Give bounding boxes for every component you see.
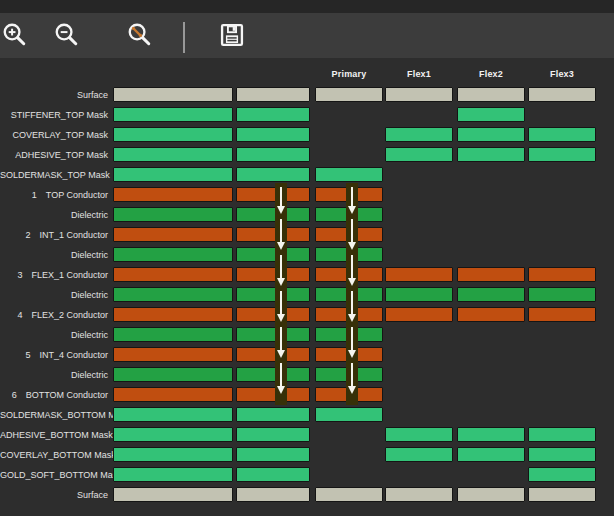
layer-bar-flex3[interactable] xyxy=(528,427,596,442)
layer-bar-stackA[interactable] xyxy=(113,327,233,342)
layer-bar-primary[interactable] xyxy=(315,207,383,222)
layer-bar-stackA[interactable] xyxy=(113,487,233,502)
layer-bar-primary[interactable] xyxy=(315,227,383,242)
layer-bar-stackB[interactable] xyxy=(236,327,310,342)
layer-name: ADHESIVE_TOP Mask xyxy=(15,150,108,160)
layer-bar-flex3[interactable] xyxy=(528,487,596,502)
layer-bar-stackA[interactable] xyxy=(113,427,233,442)
layer-bar-stackB[interactable] xyxy=(236,267,310,282)
layer-bar-flex1[interactable] xyxy=(385,307,453,322)
layer-bar-flex3[interactable] xyxy=(528,467,596,482)
layer-bar-flex1[interactable] xyxy=(385,487,453,502)
layer-bar-primary[interactable] xyxy=(315,407,383,422)
layer-bar-stackA[interactable] xyxy=(113,347,233,362)
layer-bar-flex3[interactable] xyxy=(528,127,596,142)
layer-bar-stackB[interactable] xyxy=(236,287,310,302)
row-label: 2INT_1 Conductor xyxy=(0,225,108,245)
layer-bar-flex1[interactable] xyxy=(385,87,453,102)
layer-bar-stackB[interactable] xyxy=(236,487,310,502)
zoom-region-button[interactable] xyxy=(125,20,155,50)
layer-bar-stackA[interactable] xyxy=(113,367,233,382)
layer-bar-stackA[interactable] xyxy=(113,107,233,122)
layer-bar-primary[interactable] xyxy=(315,347,383,362)
layer-bar-flex1[interactable] xyxy=(385,267,453,282)
layer-bar-flex2[interactable] xyxy=(457,427,525,442)
layer-bar-stackA[interactable] xyxy=(113,167,233,182)
layer-bar-flex1[interactable] xyxy=(385,287,453,302)
layer-bar-flex1[interactable] xyxy=(385,427,453,442)
layer-bar-primary[interactable] xyxy=(315,367,383,382)
layer-bar-stackB[interactable] xyxy=(236,407,310,422)
layer-bar-primary[interactable] xyxy=(315,187,383,202)
layer-bar-stackA[interactable] xyxy=(113,227,233,242)
layer-name: COVERLAY_BOTTOM Mask xyxy=(0,450,116,460)
layer-bar-stackB[interactable] xyxy=(236,367,310,382)
layer-bar-stackB[interactable] xyxy=(236,447,310,462)
layer-bar-primary[interactable] xyxy=(315,327,383,342)
save-button[interactable] xyxy=(217,20,247,50)
layer-bar-flex2[interactable] xyxy=(457,307,525,322)
layer-bar-stackA[interactable] xyxy=(113,87,233,102)
layer-name: ADHESIVE_BOTTOM Mask xyxy=(0,430,113,440)
layer-bar-stackA[interactable] xyxy=(113,247,233,262)
layer-bar-flex2[interactable] xyxy=(457,87,525,102)
layer-bar-stackB[interactable] xyxy=(236,87,310,102)
layer-bar-flex2[interactable] xyxy=(457,127,525,142)
row-label: Dielectric xyxy=(0,245,108,265)
layer-bar-flex3[interactable] xyxy=(528,87,596,102)
layer-bar-primary[interactable] xyxy=(315,267,383,282)
layer-bar-stackB[interactable] xyxy=(236,247,310,262)
layer-bar-stackA[interactable] xyxy=(113,127,233,142)
layer-bar-primary[interactable] xyxy=(315,387,383,402)
layer-bar-stackA[interactable] xyxy=(113,447,233,462)
layer-name: Dielectric xyxy=(71,250,108,260)
layer-bar-flex3[interactable] xyxy=(528,267,596,282)
layer-bar-flex2[interactable] xyxy=(457,287,525,302)
layer-bar-stackA[interactable] xyxy=(113,207,233,222)
layer-bar-flex3[interactable] xyxy=(528,447,596,462)
row-label: 5INT_4 Conductor xyxy=(0,345,108,365)
zoom-out-button[interactable] xyxy=(52,20,82,50)
layer-bar-stackA[interactable] xyxy=(113,147,233,162)
layer-bar-stackB[interactable] xyxy=(236,347,310,362)
layer-bar-flex1[interactable] xyxy=(385,147,453,162)
layer-bar-stackA[interactable] xyxy=(113,407,233,422)
layer-bar-primary[interactable] xyxy=(315,487,383,502)
layer-bar-flex2[interactable] xyxy=(457,267,525,282)
layer-bar-stackA[interactable] xyxy=(113,267,233,282)
layer-name: BOTTOM Conductor xyxy=(26,390,108,400)
layer-bar-stackB[interactable] xyxy=(236,427,310,442)
layer-bar-stackB[interactable] xyxy=(236,147,310,162)
layer-bar-stackB[interactable] xyxy=(236,467,310,482)
layer-bar-stackB[interactable] xyxy=(236,307,310,322)
layer-bar-stackB[interactable] xyxy=(236,187,310,202)
layer-bar-flex2[interactable] xyxy=(457,487,525,502)
layer-bar-flex3[interactable] xyxy=(528,287,596,302)
layer-bar-stackA[interactable] xyxy=(113,287,233,302)
layer-bar-stackA[interactable] xyxy=(113,387,233,402)
layer-bar-flex3[interactable] xyxy=(528,307,596,322)
layer-bar-stackA[interactable] xyxy=(113,187,233,202)
row-label: Dielectric xyxy=(0,285,108,305)
layer-bar-stackB[interactable] xyxy=(236,207,310,222)
layer-bar-flex1[interactable] xyxy=(385,447,453,462)
layer-bar-primary[interactable] xyxy=(315,167,383,182)
layer-bar-flex1[interactable] xyxy=(385,127,453,142)
layer-bar-primary[interactable] xyxy=(315,87,383,102)
layer-bar-stackB[interactable] xyxy=(236,387,310,402)
layer-bar-primary[interactable] xyxy=(315,307,383,322)
zoom-in-button[interactable] xyxy=(0,20,30,50)
layer-bar-primary[interactable] xyxy=(315,287,383,302)
layer-bar-flex2[interactable] xyxy=(457,447,525,462)
layer-bar-stackB[interactable] xyxy=(236,127,310,142)
layer-bar-flex2[interactable] xyxy=(457,147,525,162)
layer-name: Surface xyxy=(77,490,108,500)
layer-bar-flex2[interactable] xyxy=(457,107,525,122)
layer-bar-primary[interactable] xyxy=(315,247,383,262)
layer-bar-stackB[interactable] xyxy=(236,227,310,242)
layer-bar-stackA[interactable] xyxy=(113,307,233,322)
layer-bar-flex3[interactable] xyxy=(528,147,596,162)
layer-bar-stackA[interactable] xyxy=(113,467,233,482)
layer-bar-stackB[interactable] xyxy=(236,107,310,122)
layer-bar-stackB[interactable] xyxy=(236,167,310,182)
